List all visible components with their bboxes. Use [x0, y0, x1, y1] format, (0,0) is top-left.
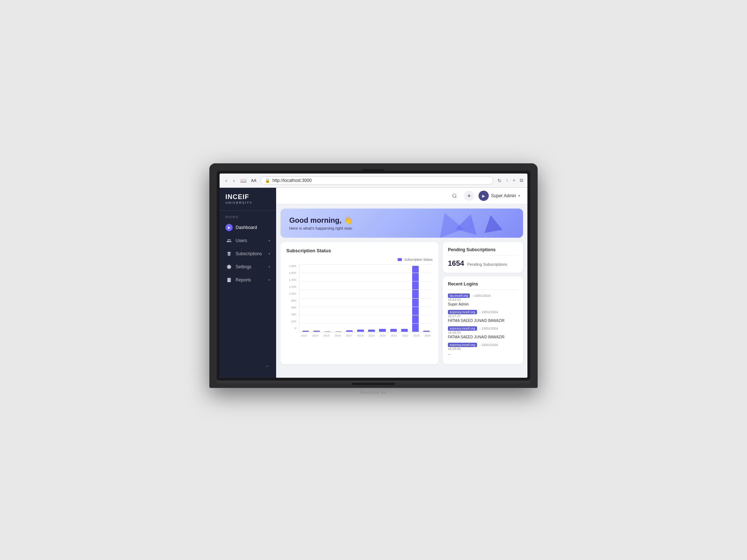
login-time-1: 16:27:37 — [448, 314, 518, 318]
sidebar-item-users[interactable]: Users ▾ — [220, 234, 276, 247]
svg-point-2 — [468, 195, 470, 197]
bookmarks-icon[interactable]: 📖 — [240, 178, 247, 183]
sidebar-item-reports[interactable]: Reports ▾ — [220, 273, 276, 287]
users-chevron: ▾ — [268, 239, 270, 242]
login-source-3: ezproxy.inceif.org — [448, 343, 477, 347]
login-item-0: lss.inceif.org - 23/01/2024 16:53:23 Sup… — [448, 293, 518, 306]
bar-chart: 1,800 1,600 1,400 1,200 1,000 800 600 40… — [286, 264, 433, 337]
lock-icon: 🔒 — [265, 178, 270, 183]
login-source-0: lss.inceif.org — [448, 293, 470, 298]
bar-2014 — [313, 331, 320, 332]
search-icon[interactable] — [449, 191, 460, 201]
laptop-frame: ‹ › 📖 AA 🔒 http://localhost:3000 ↻ — [209, 163, 538, 397]
login-user-0: Super Admin — [448, 302, 518, 306]
svg-point-1 — [453, 194, 456, 197]
sidebar-label-subscriptions: Subscriptions — [236, 251, 262, 256]
y-label-1400: 1,400 — [286, 278, 296, 281]
bar-2019 — [368, 330, 375, 332]
chart-title: Subscription Status — [286, 248, 433, 253]
sidebar-item-dashboard[interactable]: ▶ Dashboard — [220, 221, 276, 234]
login-date-0: - 23/01/2024 — [472, 294, 491, 298]
sidebar-logo: INCEIF UNIVERSITY — [220, 194, 276, 211]
bar-group-2022 — [400, 266, 409, 332]
logins-widget: Recent Logins lss.inceif.org - 23/01/202… — [443, 276, 523, 364]
welcome-banner: Good morning, 👋 Here is what's happening… — [280, 209, 523, 238]
chart-bars-area: 2013201420152016201720182019202020212022… — [299, 264, 433, 337]
sidebar-section-label: PAGES — [220, 215, 276, 221]
bar-2023 — [412, 266, 419, 332]
y-label-0: 0 — [286, 327, 296, 330]
app-container: INCEIF UNIVERSITY PAGES ▶ Dashboard — [220, 188, 527, 378]
bar-group-2013 — [301, 266, 310, 332]
address-bar[interactable]: 🔒 http://localhost:3000 — [261, 176, 493, 184]
settings-chevron: ▾ — [268, 265, 270, 269]
browser-actions: ↑ + ⧉ — [506, 178, 523, 183]
users-icon — [225, 237, 233, 244]
y-label-800: 800 — [286, 299, 296, 302]
y-label-1600: 1,600 — [286, 271, 296, 275]
x-label-2016: 2016 — [333, 332, 342, 337]
chart-legend: Subscription Status — [286, 258, 433, 261]
x-label-2019: 2019 — [367, 332, 376, 337]
login-time-2: 16:26:53 — [448, 331, 518, 334]
right-panel: Pending Subscriptions 1654 Pending Subsc… — [443, 242, 523, 364]
sidebar-label-settings: Settings — [236, 264, 251, 269]
login-source-2: ezproxy.inceif.org — [448, 326, 477, 331]
x-label-2013: 2013 — [299, 332, 309, 337]
pending-label: Pending Subscriptions — [467, 262, 507, 267]
login-date-1: - 23/01/2024 — [480, 310, 498, 314]
sidebar: INCEIF UNIVERSITY PAGES ▶ Dashboard — [220, 188, 276, 378]
banner-decoration — [436, 209, 501, 238]
triangle-3 — [481, 214, 502, 233]
sidebar-collapse-btn[interactable]: ← — [220, 360, 276, 372]
x-label-2015: 2015 — [322, 332, 332, 337]
aa-text[interactable]: AA — [251, 178, 256, 183]
x-label-2020: 2020 — [378, 332, 388, 337]
bar-group-2015 — [323, 266, 332, 332]
x-label-2022: 2022 — [400, 332, 410, 337]
login-item-1: ezproxy.inceif.org - 23/01/2024 16:27:37… — [448, 310, 518, 323]
new-tab-icon[interactable]: + — [512, 178, 515, 183]
screen-bezel: ‹ › 📖 AA 🔒 http://localhost:3000 ↻ — [217, 171, 530, 381]
chart-card: Subscription Status Subscription Status … — [280, 242, 438, 364]
browser-chrome: ‹ › 📖 AA 🔒 http://localhost:3000 ↻ — [220, 174, 527, 188]
triangle-2 — [456, 211, 481, 235]
legend-dot — [398, 258, 402, 261]
user-dropdown-chevron: ▾ — [518, 194, 520, 198]
login-item-2: ezproxy.inceif.org - 23/01/2024 16:26:53… — [448, 326, 518, 339]
y-label-600: 600 — [286, 306, 296, 309]
sidebar-label-dashboard: Dashboard — [236, 225, 257, 230]
user-badge[interactable]: ▶ Super Admin ▾ — [479, 191, 520, 201]
bar-2024 — [423, 331, 430, 332]
bar-group-2018 — [356, 266, 365, 332]
pending-widget: Pending Subscriptions 1654 Pending Subsc… — [443, 242, 523, 273]
chart-y-axis: 1,800 1,600 1,400 1,200 1,000 800 600 40… — [286, 264, 299, 337]
bar-2018 — [357, 330, 364, 332]
tabs-icon[interactable]: ⧉ — [520, 178, 523, 183]
y-label-1000: 1,000 — [286, 292, 296, 295]
bar-group-2016 — [334, 266, 343, 332]
x-label-2017: 2017 — [344, 332, 354, 337]
sidebar-item-subscriptions[interactable]: Subscriptions ▾ — [220, 247, 276, 260]
legend-label: Subscription Status — [404, 258, 433, 261]
browser-nav: ‹ › — [224, 177, 236, 184]
y-label-1200: 1,200 — [286, 285, 296, 288]
bar-group-2023 — [411, 266, 420, 332]
bar-group-2021 — [389, 266, 398, 332]
user-avatar: ▶ — [479, 191, 489, 201]
refresh-icon[interactable]: ↻ — [498, 178, 502, 183]
theme-toggle[interactable] — [464, 191, 474, 201]
logo-sub: UNIVERSITY — [225, 201, 270, 205]
sidebar-label-users: Users — [236, 238, 247, 243]
back-button[interactable]: ‹ — [224, 177, 229, 184]
sidebar-item-settings[interactable]: Settings ▾ — [220, 260, 276, 273]
user-name: Super Admin — [491, 193, 516, 198]
forward-button[interactable]: › — [232, 177, 236, 184]
bar-2016 — [335, 331, 342, 332]
share-icon[interactable]: ↑ — [506, 178, 508, 183]
x-label-2018: 2018 — [355, 332, 365, 337]
main-content: ▶ Super Admin ▾ Good morning, 👋 Here is … — [276, 188, 527, 378]
reports-chevron: ▾ — [268, 278, 270, 282]
reports-icon — [225, 276, 233, 284]
subscriptions-chevron: ▾ — [268, 252, 270, 256]
